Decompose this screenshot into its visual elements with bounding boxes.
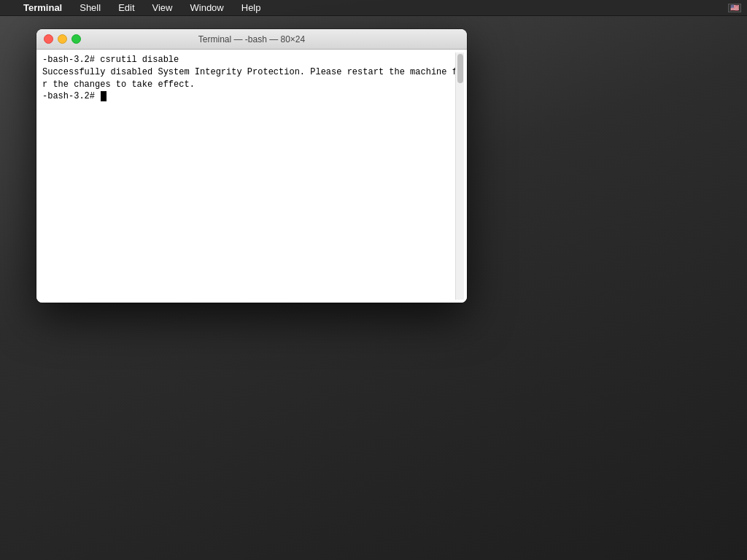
terminal-line-2: Successfully disabled System Integrity P… [42, 66, 452, 79]
close-button[interactable] [44, 34, 53, 44]
titlebar: Terminal — -bash — 80×24 [36, 29, 467, 50]
terminal-line-3: r the changes to take effect. [42, 79, 452, 91]
window-title: Terminal — -bash — 80×24 [198, 34, 305, 44]
maximize-button[interactable] [71, 34, 81, 44]
menubar-right: 🇺🇸 [728, 4, 741, 12]
terminal-line-4: -bash-3.2# [42, 90, 452, 103]
scrollbar[interactable] [455, 52, 464, 300]
menubar: Terminal Shell Edit View Window Help 🇺🇸 [0, 0, 747, 16]
menu-edit[interactable]: Edit [115, 1, 137, 15]
terminal-window: Terminal — -bash — 80×24 -bash-3.2# csru… [36, 29, 467, 303]
terminal-text[interactable]: -bash-3.2# csrutil disable Successfully … [39, 52, 455, 300]
keyboard-flag-icon: 🇺🇸 [728, 4, 741, 12]
scrollbar-thumb[interactable] [457, 54, 463, 83]
menu-shell[interactable]: Shell [77, 1, 104, 15]
menu-help[interactable]: Help [239, 1, 264, 15]
command-1: csrutil disable [100, 55, 179, 65]
prompt-1: -bash-3.2# [42, 55, 100, 65]
menu-view[interactable]: View [150, 1, 176, 15]
prompt-2: -bash-3.2# [42, 91, 100, 101]
output-1: Successfully disabled System Integrity P… [42, 67, 455, 77]
cursor [101, 91, 107, 101]
menu-terminal[interactable]: Terminal [20, 1, 65, 15]
terminal-content[interactable]: -bash-3.2# csrutil disable Successfully … [36, 50, 467, 303]
window-buttons [44, 34, 81, 44]
output-2: r the changes to take effect. [42, 79, 195, 90]
minimize-button[interactable] [58, 34, 67, 44]
menu-window[interactable]: Window [187, 1, 227, 15]
terminal-line-1: -bash-3.2# csrutil disable [42, 54, 452, 66]
